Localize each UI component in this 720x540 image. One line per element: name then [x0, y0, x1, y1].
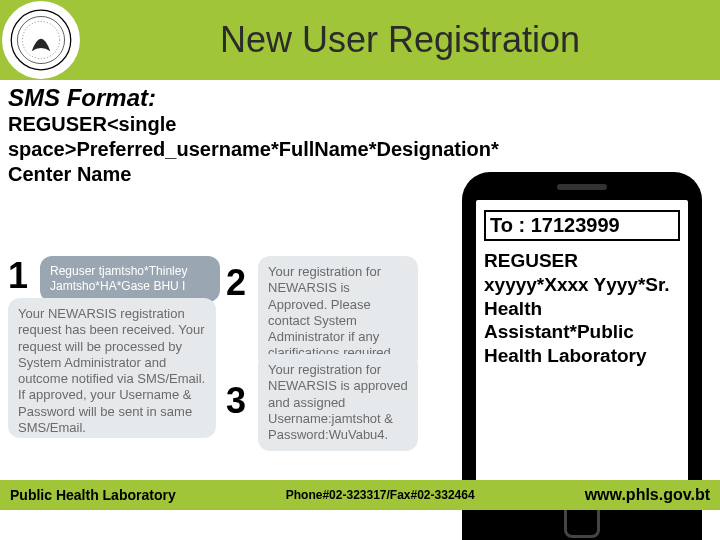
- sms-bubble-outgoing: Reguser tjamtsho*Thinley Jamtsho*HA*Gase…: [40, 256, 220, 302]
- footer-org-name: Public Health Laboratory: [10, 487, 176, 503]
- footer-contact: Phone#02-323317/Fax#02-332464: [286, 488, 475, 502]
- footer-url: www.phls.gov.bt: [585, 486, 710, 504]
- step-number-3: 3: [226, 380, 246, 422]
- org-seal-icon: [2, 1, 80, 79]
- content-area: SMS Format: REGUSER<single space>Preferr…: [0, 80, 720, 510]
- sms-bubble-incoming-1: Your NEWARSIS registration request has b…: [8, 298, 216, 438]
- sms-bubble-incoming-2: Your registration for NEWARSIS is Approv…: [258, 256, 418, 370]
- sms-compose-body: REGUSER xyyyy*Xxxx Yyyy*Sr. Health Assis…: [484, 249, 680, 368]
- phone-screen: To : 17123999 REGUSER xyyyy*Xxxx Yyyy*Sr…: [476, 200, 688, 490]
- sms-to-field: To : 17123999: [484, 210, 680, 241]
- footer-bar: Public Health Laboratory Phone#02-323317…: [0, 480, 720, 510]
- phone-speaker-icon: [557, 184, 607, 190]
- sms-format-heading: SMS Format:: [0, 80, 720, 112]
- sms-format-text: REGUSER<single space>Preferred_username*…: [0, 112, 420, 187]
- title-bar: New User Registration: [0, 0, 720, 80]
- step-number-1: 1: [8, 255, 28, 297]
- step-number-2: 2: [226, 262, 246, 304]
- sms-bubble-incoming-3: Your registration for NEWARSIS is approv…: [258, 354, 418, 451]
- page-title: New User Registration: [80, 19, 720, 61]
